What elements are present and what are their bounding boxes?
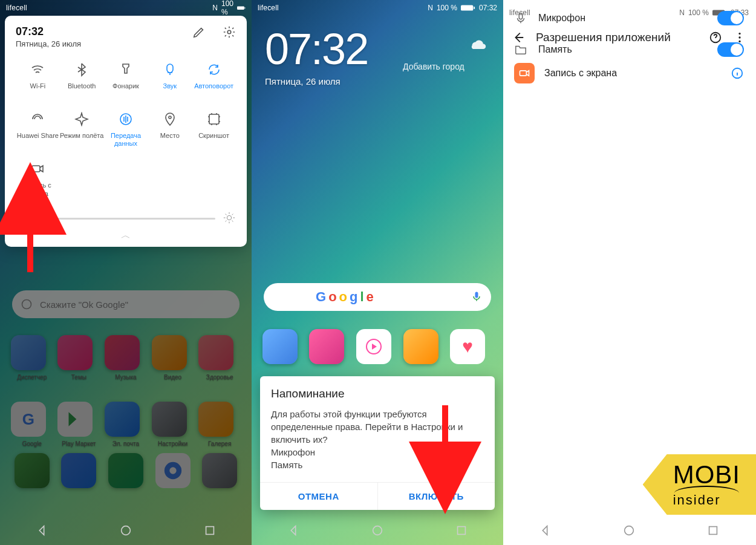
svg-point-25: [738, 36, 740, 38]
dock-messages[interactable]: [108, 453, 143, 488]
nav-bar: [503, 516, 755, 545]
permission-dialog: Напоминание Для работы этой функции треб…: [260, 376, 495, 510]
nav-bar: [0, 516, 252, 545]
gear-icon[interactable]: [223, 25, 236, 39]
battery-label: 100 %: [437, 4, 457, 12]
quick-settings-panel: 07:32 Пятница, 26 июля Wi-Fi Bluetooth Ф…: [5, 16, 247, 247]
status-bar: lifecell N 100 % 07:32: [252, 0, 503, 16]
nfc-icon: N: [679, 8, 685, 17]
svg-rect-15: [474, 7, 475, 9]
battery-icon: [461, 4, 475, 11]
nav-recent-icon[interactable]: [203, 524, 217, 537]
brightness-slider[interactable]: [16, 218, 215, 220]
tile-huaweishare[interactable]: Huawei Share: [16, 111, 60, 148]
svg-point-26: [738, 41, 740, 42]
back-icon[interactable]: [512, 31, 525, 44]
app-icon[interactable]: [198, 335, 233, 370]
app-icon[interactable]: [309, 329, 344, 364]
app-icon[interactable]: [105, 335, 140, 370]
tile-wifi[interactable]: Wi-Fi: [16, 62, 60, 98]
dock-chrome[interactable]: [155, 453, 191, 488]
dock-phone[interactable]: [15, 453, 50, 488]
nav-recent-icon[interactable]: [706, 524, 720, 537]
brightness-auto-icon[interactable]: [223, 211, 236, 227]
app-icon[interactable]: ♥: [450, 329, 485, 364]
tile-screenshot[interactable]: Скриншот: [192, 111, 236, 148]
phone-1-quick-settings: lifecell N 100 % Скажите "Ok Google" Дис…: [0, 0, 252, 545]
app-icon[interactable]: [356, 329, 391, 364]
google-search-pill[interactable]: Скажите "Ok Google": [12, 290, 240, 318]
app-icon[interactable]: [262, 329, 298, 364]
app-icon[interactable]: [11, 335, 46, 370]
watermark-top: MOBI: [673, 463, 740, 487]
nav-home-icon[interactable]: [119, 524, 132, 537]
watermark-badge: MOBI insider: [643, 454, 756, 515]
app-icon[interactable]: [403, 329, 438, 364]
tile-autorotate[interactable]: Автоповорот: [192, 62, 236, 98]
svg-rect-31: [709, 527, 717, 535]
carrier-label: lifecell: [509, 8, 530, 17]
app-icon[interactable]: [152, 402, 187, 437]
dialog-cancel-button[interactable]: ОТМЕНА: [260, 483, 377, 510]
app-icon[interactable]: G: [11, 402, 46, 437]
edit-icon[interactable]: [192, 25, 206, 39]
app-row-1: Диспетчер Темы Музыка Видео Здоровье: [0, 335, 252, 380]
svg-rect-19: [457, 527, 465, 535]
svg-point-30: [625, 526, 634, 535]
status-time: 07:32: [479, 4, 497, 12]
svg-point-18: [373, 526, 382, 535]
chevron-up-icon[interactable]: ︿: [16, 229, 236, 242]
mic-icon[interactable]: [471, 290, 483, 304]
app-icon[interactable]: [57, 335, 93, 370]
app-icon[interactable]: [152, 335, 187, 370]
nav-back-icon[interactable]: [35, 524, 48, 537]
tile-sound[interactable]: Звук: [148, 62, 192, 98]
dock-contacts[interactable]: [61, 453, 96, 488]
carrier-label: lifecell: [258, 4, 279, 12]
nav-home-icon[interactable]: [622, 524, 636, 537]
toggle-storage[interactable]: [717, 42, 744, 57]
nav-home-icon[interactable]: [371, 524, 384, 537]
qs-time: 07:32: [16, 25, 81, 38]
tile-location[interactable]: Место: [148, 111, 192, 148]
svg-rect-0: [237, 6, 244, 9]
info-icon[interactable]: [731, 67, 744, 80]
nav-recent-icon[interactable]: [455, 524, 468, 537]
nav-back-icon[interactable]: [538, 524, 552, 537]
app-icon[interactable]: [57, 402, 93, 437]
svg-point-10: [227, 215, 231, 220]
tile-flashlight[interactable]: Фонарик: [104, 62, 148, 98]
app-header-row: Запись с экрана: [503, 57, 755, 90]
clock-widget[interactable]: 07:32 Пятница, 26 июля: [265, 24, 368, 86]
nfc-icon: N: [428, 4, 433, 12]
help-icon[interactable]: [709, 31, 722, 44]
app-name: Запись с экрана: [544, 68, 721, 79]
weather-icon[interactable]: [467, 33, 487, 56]
brightness-row: [16, 211, 236, 227]
search-placeholder: Скажите "Ok Google": [40, 299, 128, 310]
dock-camera[interactable]: [202, 453, 237, 488]
tile-bluetooth[interactable]: Bluetooth: [60, 62, 104, 98]
dialog-body: Для работы этой функции требуются опреде…: [271, 408, 484, 471]
tile-airplane[interactable]: Режим полёта: [60, 111, 104, 148]
battery-icon: [237, 6, 246, 10]
tile-screenrecord[interactable]: Запись с экрана: [16, 161, 60, 197]
dialog-title: Напоминание: [271, 387, 484, 400]
svg-rect-12: [206, 527, 213, 535]
qs-tile-grid: Wi-Fi Bluetooth Фонарик Звук Автоповорот…: [16, 62, 236, 198]
google-logo-icon: Google: [316, 289, 374, 305]
dialog-confirm-button[interactable]: ВКЛЮЧИТЬ: [377, 483, 495, 510]
tile-mobiledata[interactable]: Передача данных: [104, 111, 148, 148]
page-title: Разрешения приложений: [536, 31, 698, 44]
dock: [0, 453, 252, 507]
app-icon[interactable]: [198, 402, 233, 437]
google-icon: [21, 298, 33, 310]
battery-label: 100 %: [688, 8, 709, 17]
add-city-label[interactable]: Добавить город: [403, 62, 464, 71]
nav-back-icon[interactable]: [287, 524, 300, 537]
toggle-mic[interactable]: [717, 11, 744, 25]
app-row-2: GGoogle Play Маркет Эл. почта Настройки …: [0, 402, 252, 447]
google-search-pill[interactable]: Google: [264, 283, 491, 311]
svg-point-5: [227, 30, 231, 34]
app-icon[interactable]: [105, 402, 140, 437]
